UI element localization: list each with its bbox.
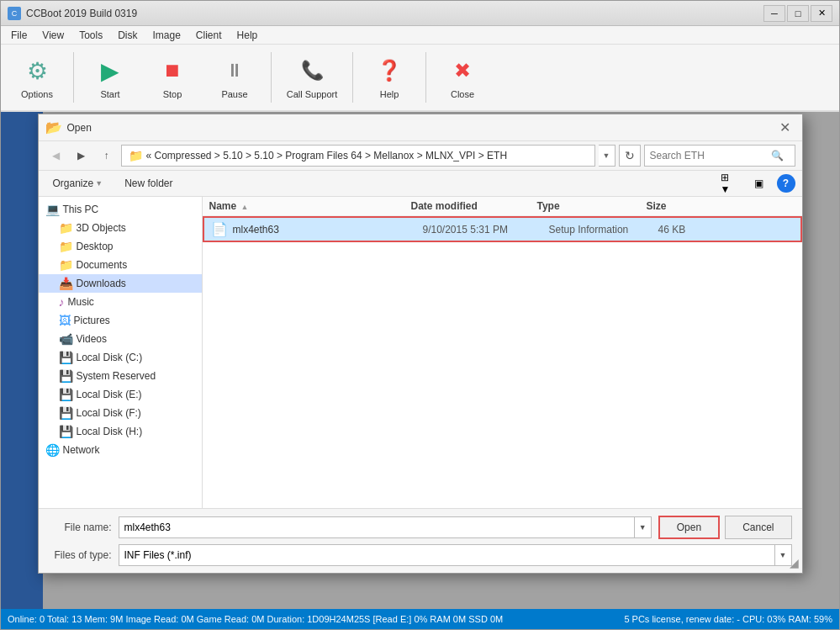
file-row-mlx4eth63[interactable]: 📄 mlx4eth63 9/10/2015 5:31 PM Setup Info… xyxy=(203,216,802,242)
tree-item-local-disk-e[interactable]: 💾 Local Disk (E:) xyxy=(39,385,202,404)
col-header-date[interactable]: Date modified xyxy=(411,200,537,212)
dialog-footer: File name: ▼ Open Cancel Files of type: xyxy=(39,508,802,573)
preview-pane-button[interactable]: ▣ xyxy=(748,174,770,193)
tree-item-videos[interactable]: 📹 Videos xyxy=(39,330,202,348)
search-icon: 🔍 xyxy=(771,150,784,161)
close-label: Close xyxy=(451,89,474,99)
tree-item-desktop[interactable]: 📁 Desktop xyxy=(39,237,202,256)
system-reserved-icon: 💾 xyxy=(59,369,73,383)
tree-item-local-disk-h[interactable]: 💾 Local Disk (H:) xyxy=(39,422,202,441)
status-text: Online: 0 Total: 13 Mem: 9M Image Read: … xyxy=(8,614,503,624)
refresh-button[interactable]: ↻ xyxy=(619,145,641,167)
tree-item-3d-objects[interactable]: 📁 3D Objects xyxy=(39,219,202,237)
file-size-mlx4eth63: 46 KB xyxy=(658,224,726,236)
toolbar-separator-2 xyxy=(271,52,272,103)
maximize-button[interactable]: □ xyxy=(787,5,809,22)
network-icon: 🌐 xyxy=(45,443,60,457)
title-bar: C CCBoot 2019 Build 0319 ─ □ ✕ xyxy=(1,1,839,26)
status-bar: Online: 0 Total: 13 Mem: 9M Image Read: … xyxy=(1,609,839,629)
stop-button[interactable]: ⏹ Stop xyxy=(143,48,202,107)
close-button[interactable]: ✖ Close xyxy=(433,48,492,107)
dialog-close-button[interactable]: ✕ xyxy=(775,118,795,138)
forward-button[interactable]: ▶ xyxy=(71,145,92,167)
col-header-type[interactable]: Type xyxy=(537,200,647,212)
dialog-title: Open xyxy=(67,122,92,134)
tree-item-local-disk-c[interactable]: 💾 Local Disk (C:) xyxy=(39,348,202,367)
menu-image[interactable]: Image xyxy=(146,28,188,43)
local-disk-f-icon: 💾 xyxy=(59,406,73,420)
tree-item-documents[interactable]: 📁 Documents xyxy=(39,256,202,274)
menu-client[interactable]: Client xyxy=(189,28,229,43)
view-options-button[interactable]: ⊞ ▼ xyxy=(720,174,742,193)
start-button[interactable]: ▶ Start xyxy=(81,48,140,107)
tree-item-music[interactable]: ♪ Music xyxy=(39,293,202,311)
documents-icon: 📁 xyxy=(59,258,73,272)
file-name-input[interactable] xyxy=(119,516,635,538)
videos-icon: 📹 xyxy=(59,332,73,346)
breadcrumb-dropdown[interactable]: ▼ xyxy=(599,145,615,167)
search-box: 🔍 xyxy=(644,145,795,167)
minimize-button[interactable]: ─ xyxy=(763,5,785,22)
new-folder-button[interactable]: New folder xyxy=(117,175,180,192)
file-list-panel: Name ▲ Date modified Type Size xyxy=(203,197,802,508)
app-title: CCBoot 2019 Build 0319 xyxy=(26,8,137,19)
col-header-name[interactable]: Name ▲ xyxy=(209,200,411,212)
tree-item-local-disk-f[interactable]: 💾 Local Disk (F:) xyxy=(39,404,202,422)
file-name-dropdown[interactable]: ▼ xyxy=(635,516,652,538)
dialog-folder-icon: 📂 xyxy=(45,119,62,135)
open-dialog: 📂 Open ✕ ◀ ▶ ↑ 📁 « Compressed > 5.10 > 5… xyxy=(38,114,803,574)
back-button[interactable]: ◀ xyxy=(45,145,67,167)
menu-help[interactable]: Help xyxy=(230,28,265,43)
organize-button[interactable]: Organize ▼ xyxy=(45,175,111,192)
menu-disk[interactable]: Disk xyxy=(111,28,144,43)
dialog-help-button[interactable]: ? xyxy=(777,174,795,193)
app-close-button[interactable]: ✕ xyxy=(811,5,832,22)
file-type-row: Files of type: INF Files (*.inf) ▼ xyxy=(49,544,792,566)
menu-tools[interactable]: Tools xyxy=(72,28,109,43)
cancel-button[interactable]: Cancel xyxy=(725,516,791,539)
dialog-toolbar-bar: Organize ▼ New folder ⊞ ▼ ▣ ? xyxy=(39,171,802,197)
local-disk-e-icon: 💾 xyxy=(59,388,73,401)
breadcrumb-path: « Compressed > 5.10 > 5.10 > Program Fil… xyxy=(146,150,508,161)
file-type-select[interactable]: INF Files (*.inf) xyxy=(119,544,775,566)
toolbar-separator-4 xyxy=(425,52,426,103)
pause-label: Pause xyxy=(221,89,247,99)
file-name-label: File name: xyxy=(49,521,112,533)
dialog-title-bar: 📂 Open ✕ xyxy=(39,114,802,141)
music-icon: ♪ xyxy=(59,295,65,309)
resize-handle[interactable]: ◢ xyxy=(790,556,799,569)
options-button[interactable]: ⚙ Options xyxy=(8,48,66,107)
search-input[interactable] xyxy=(650,150,768,161)
tree-item-pictures[interactable]: 🖼 Pictures xyxy=(39,311,202,330)
app-window: C CCBoot 2019 Build 0319 ─ □ ✕ File View… xyxy=(0,0,840,630)
menu-view[interactable]: View xyxy=(35,28,71,43)
options-label: Options xyxy=(21,89,53,99)
menu-file[interactable]: File xyxy=(4,28,34,43)
help-label: Help xyxy=(380,89,399,99)
tree-item-this-pc[interactable]: 💻 This PC xyxy=(39,200,202,219)
up-button[interactable]: ↑ xyxy=(96,145,118,167)
menu-bar: File View Tools Disk Image Client Help xyxy=(1,26,839,45)
file-type-label: Files of type: xyxy=(49,549,112,561)
open-button[interactable]: Open xyxy=(658,516,720,539)
desktop-icon: 📁 xyxy=(59,240,73,253)
file-list-body: 📄 mlx4eth63 9/10/2015 5:31 PM Setup Info… xyxy=(203,216,802,508)
toolbar: ⚙ Options ▶ Start ⏹ Stop ⏸ Pause 📞 Call … xyxy=(1,45,839,112)
stop-label: Stop xyxy=(163,89,182,99)
help-button[interactable]: ❓ Help xyxy=(360,48,419,107)
tree-item-system-reserved[interactable]: 💾 System Reserved xyxy=(39,367,202,385)
start-label: Start xyxy=(100,89,119,99)
pause-button[interactable]: ⏸ Pause xyxy=(205,48,264,107)
3d-objects-icon: 📁 xyxy=(59,221,73,235)
file-icon-mlx4eth63: 📄 xyxy=(211,221,228,237)
dialog-overlay: 📂 Open ✕ ◀ ▶ ↑ 📁 « Compressed > 5.10 > 5… xyxy=(1,112,839,609)
call-support-button[interactable]: 📞 Call Support xyxy=(278,48,346,107)
tree-item-network[interactable]: 🌐 Network xyxy=(39,441,202,459)
tree-item-downloads[interactable]: 📥 Downloads xyxy=(39,274,202,293)
toolbar-separator-1 xyxy=(73,52,74,103)
pictures-icon: 🖼 xyxy=(59,314,71,327)
file-date-mlx4eth63: 9/10/2015 5:31 PM xyxy=(423,224,549,236)
col-header-size[interactable]: Size xyxy=(647,200,714,212)
toolbar-separator-3 xyxy=(352,52,353,103)
file-list-header: Name ▲ Date modified Type Size xyxy=(203,197,802,216)
